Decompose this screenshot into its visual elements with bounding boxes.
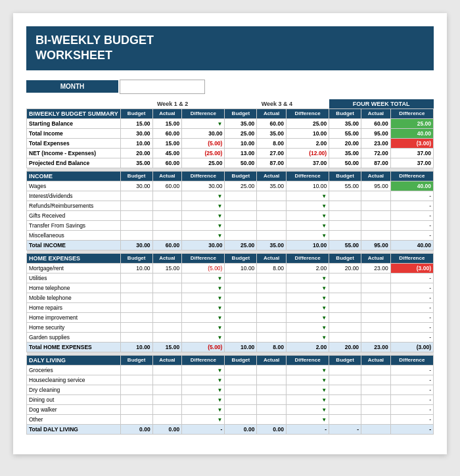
page: BI-WEEKLY BUDGET WORKSHEET MONTH Week 1 … xyxy=(13,13,447,454)
total-row: Total INCOME30.0060.0030.0025.0035.0010.… xyxy=(27,240,434,250)
table-row: Mortgage/rent10.0015.00(5.00)10.008.002.… xyxy=(27,263,434,273)
month-label: MONTH xyxy=(26,80,118,93)
table-row: Starting Balance15.0015.00▼35.0060.0025.… xyxy=(27,118,434,128)
table-row: Dining out▼▼- xyxy=(27,394,434,404)
table-row: Other▼▼- xyxy=(27,414,434,424)
week34-header: Week 3 & 4 xyxy=(225,99,329,109)
table-row: Dog walker▼▼- xyxy=(27,404,434,414)
table-row: Projected End Balance35.0060.0025.0050.0… xyxy=(27,158,434,168)
table-row: Gifts Received▼▼- xyxy=(27,210,434,220)
table-row: Interest/dividends▼▼- xyxy=(27,191,434,201)
table-row: Groceries▼▼- xyxy=(27,365,434,375)
table-row: Transfer From Savings▼▼- xyxy=(27,220,434,230)
table-row: Garden supplies▼▼- xyxy=(27,332,434,342)
table-row: Utilities▼▼- xyxy=(27,273,434,283)
table-row: Total Income30.0060.0030.0025.0035.0010.… xyxy=(27,128,434,138)
table-row: Total Expenses10.0015.00(5.00)10.008.002… xyxy=(27,138,434,148)
page-title: BI-WEEKLY BUDGET WORKSHEET xyxy=(26,26,434,70)
table-row: Housecleaning service▼▼- xyxy=(27,375,434,385)
table-row: Refunds/Reimbursements▼▼- xyxy=(27,201,434,210)
month-row: MONTH xyxy=(26,80,434,94)
table-row: Mobile telephone▼▼- xyxy=(27,293,434,302)
section-header: BIWEEKLY BUDGET SUMMARYBudgetActualDiffe… xyxy=(27,108,434,118)
table-row: Home repairs▼▼- xyxy=(27,302,434,312)
table-row: Dry cleaning▼▼- xyxy=(27,385,434,394)
table-row: Home improvement▼▼- xyxy=(27,312,434,322)
table-row: Home security▼▼- xyxy=(27,322,434,332)
budget-table: Week 1 & 2 Week 3 & 4 FOUR WEEK TOTAL BI… xyxy=(26,99,434,435)
total-row: Total HOME EXPENSES10.0015.00(5.00)10.00… xyxy=(27,342,434,352)
total-header: FOUR WEEK TOTAL xyxy=(329,99,434,109)
section-header: DALY LIVINGBudgetActualDifferenceBudgetA… xyxy=(27,355,434,365)
section-header: INCOMEBudgetActualDifferenceBudgetActual… xyxy=(27,171,434,181)
table-row: NET (Income - Expenses)20.0045.00(25.00)… xyxy=(27,148,434,158)
total-row: Total DALY LIVING0.000.00-0.000.00--- xyxy=(27,424,434,434)
table-row: Wages30.0060.0030.0025.0035.0010.0055.00… xyxy=(27,181,434,191)
section-header: HOME EXPENSESBudgetActualDifferenceBudge… xyxy=(27,253,434,263)
month-input[interactable] xyxy=(120,80,205,94)
table-row: Miscellaneous▼▼- xyxy=(27,230,434,240)
week12-header: Week 1 & 2 xyxy=(120,99,225,109)
table-row: Home telephone▼▼- xyxy=(27,283,434,293)
